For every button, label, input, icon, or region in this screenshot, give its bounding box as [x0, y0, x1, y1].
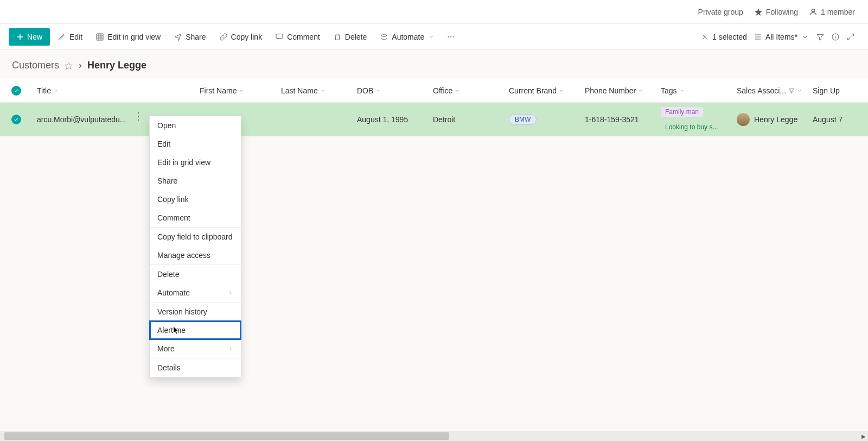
table-row[interactable]: arcu.Morbi@vulputatedu... ⋮ Eric August … [0, 103, 868, 136]
col-title-label: Title [37, 86, 51, 95]
row-check[interactable] [11, 115, 21, 124]
group-type-label: Private group [698, 8, 743, 16]
chevron-down-icon [320, 88, 326, 93]
col-signup[interactable]: Sign Up [808, 79, 868, 102]
cell-last-name [277, 115, 353, 124]
scroll-right-arrow[interactable]: ▶ [861, 433, 866, 439]
automate-button[interactable]: Automate [374, 28, 439, 46]
star-icon [754, 8, 763, 16]
info-button[interactable] [831, 33, 840, 41]
col-tags[interactable]: Tags [656, 79, 732, 102]
cm-automate[interactable]: Automate [150, 284, 241, 302]
col-title[interactable]: Title [33, 79, 195, 102]
cell-phone: 1-618-159-3521 [580, 111, 656, 128]
cell-tags: Family man Looking to buy s... [656, 103, 732, 136]
chevron-down-icon [679, 88, 685, 93]
cm-share[interactable]: Share [150, 172, 241, 190]
col-last-name[interactable]: Last Name [277, 79, 353, 102]
chevron-down-icon [801, 33, 809, 41]
chevron-down-icon [797, 88, 802, 93]
clear-selection[interactable]: 1 selected [700, 33, 747, 41]
cm-copy-link[interactable]: Copy link [150, 190, 241, 209]
trash-icon [333, 33, 342, 41]
cm-copy-field[interactable]: Copy field to clipboard [150, 227, 241, 246]
avatar [737, 113, 750, 126]
edit-grid-button[interactable]: Edit in grid view [90, 28, 166, 46]
col-dob[interactable]: DOB [353, 79, 429, 102]
breadcrumb-current: Henry Legge [87, 60, 146, 71]
chevron-right-icon [228, 290, 233, 295]
cm-manage-access[interactable]: Manage access [150, 246, 241, 264]
row-select[interactable] [0, 115, 33, 124]
member-count-label: 1 member [821, 8, 855, 16]
select-all-check[interactable] [11, 86, 21, 96]
filter-icon [788, 87, 795, 94]
chevron-right-icon [228, 346, 233, 351]
col-brand-label: Current Brand [509, 86, 557, 95]
cm-comment[interactable]: Comment [150, 209, 241, 227]
dob-value: August 1, 1995 [357, 115, 408, 124]
new-button[interactable]: New [9, 28, 50, 46]
share-label: Share [186, 33, 206, 41]
cm-edit-grid[interactable]: Edit in grid view [150, 153, 241, 172]
selected-count: 1 selected [712, 33, 747, 41]
comment-label: Comment [287, 33, 320, 41]
sales-name: Henry Legge [754, 115, 797, 124]
col-first-name[interactable]: First Name [195, 79, 277, 102]
copy-link-button[interactable]: Copy link [214, 28, 268, 46]
filter-icon [816, 33, 825, 41]
col-sales[interactable]: Sales Associ... [732, 79, 808, 102]
delete-button[interactable]: Delete [328, 28, 372, 46]
chevron-down-icon [53, 88, 59, 93]
cm-version[interactable]: Version history [150, 302, 241, 321]
cm-edit[interactable]: Edit [150, 135, 241, 153]
following-indicator[interactable]: Following [754, 8, 798, 16]
cm-open[interactable]: Open [150, 116, 241, 135]
share-icon [174, 33, 182, 41]
grid-icon [95, 33, 104, 41]
cm-more[interactable]: More [150, 339, 241, 358]
filter-button[interactable] [816, 33, 825, 41]
share-button[interactable]: Share [168, 28, 211, 46]
scrollbar-thumb[interactable] [4, 432, 449, 440]
col-dob-label: DOB [357, 86, 373, 95]
view-selector[interactable]: All Items* [754, 33, 809, 41]
col-phone-label: Phone Number [585, 86, 636, 95]
cell-dob: August 1, 1995 [353, 111, 429, 128]
edit-grid-label: Edit in grid view [107, 33, 161, 41]
comment-button[interactable]: Comment [270, 28, 326, 46]
more-button[interactable]: ⋯ [442, 28, 461, 46]
member-count[interactable]: 1 member [809, 8, 855, 16]
row-more-button[interactable]: ⋮ [131, 115, 145, 124]
col-brand[interactable]: Current Brand [505, 79, 580, 102]
star-outline-icon[interactable] [65, 61, 73, 70]
col-last-name-label: Last Name [281, 86, 318, 95]
chevron-down-icon [559, 88, 564, 93]
sales-associate: Henry Legge [737, 113, 797, 126]
col-office[interactable]: Office [429, 79, 505, 102]
chevron-down-icon [455, 88, 460, 93]
col-sales-label: Sales Associ... [737, 86, 786, 95]
context-menu[interactable]: Open Edit Edit in grid view Share Copy l… [149, 116, 241, 377]
expand-button[interactable] [846, 33, 855, 41]
edit-button[interactable]: Edit [52, 28, 88, 46]
brand-badge: BMW [509, 114, 537, 125]
col-phone[interactable]: Phone Number [580, 79, 656, 102]
command-bar: New Edit Edit in grid view Share Copy li… [0, 24, 868, 50]
breadcrumb-root[interactable]: Customers [12, 60, 59, 71]
cm-alert-me[interactable]: Alert me [150, 321, 241, 339]
svg-rect-1 [97, 34, 103, 40]
select-all-column[interactable] [0, 86, 33, 96]
cell-brand: BMW [505, 110, 580, 129]
close-icon [700, 33, 709, 41]
expand-icon [846, 33, 855, 41]
col-first-name-label: First Name [200, 86, 237, 95]
cm-details[interactable]: Details [150, 358, 241, 377]
comment-icon [275, 33, 284, 41]
cell-sales: Henry Legge [732, 109, 808, 130]
cm-delete[interactable]: Delete [150, 264, 241, 284]
horizontal-scrollbar[interactable]: ▶ [0, 431, 868, 441]
automate-label: Automate [392, 33, 424, 41]
col-tags-label: Tags [661, 86, 677, 95]
signup-value: August 7 [813, 115, 843, 124]
